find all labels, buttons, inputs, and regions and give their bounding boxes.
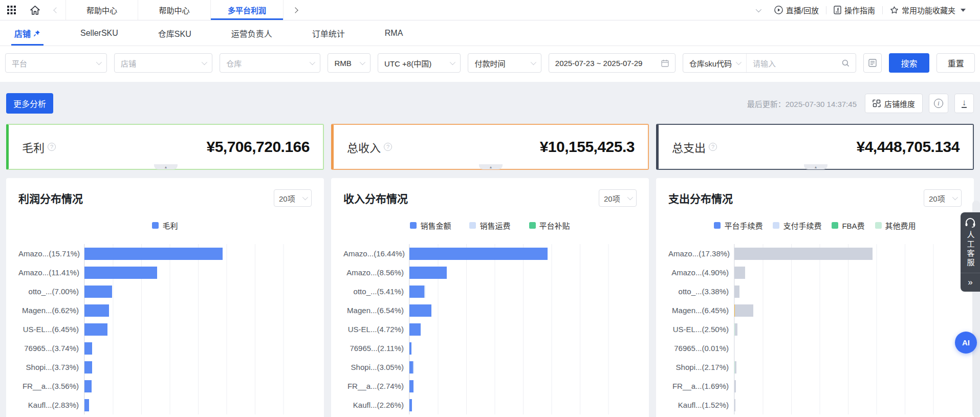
warehouse-select[interactable]: 仓库 xyxy=(220,53,320,73)
item-count-select[interactable]: 20项 xyxy=(924,189,962,207)
reset-button[interactable]: 重置 xyxy=(937,53,975,73)
more-analysis-button[interactable]: 更多分析 xyxy=(6,93,53,114)
bar-segment[interactable] xyxy=(735,361,736,374)
legend-item[interactable]: 销售金额 xyxy=(410,220,451,231)
info-button[interactable]: i xyxy=(929,94,948,113)
bar-segment[interactable] xyxy=(84,342,92,355)
bar-segment[interactable] xyxy=(409,399,412,411)
bar[interactable] xyxy=(84,380,125,392)
bar-segment[interactable] xyxy=(413,361,415,374)
bar[interactable] xyxy=(734,248,911,260)
bar[interactable] xyxy=(734,304,800,317)
bar-segment[interactable] xyxy=(409,380,413,392)
bar[interactable] xyxy=(409,399,434,411)
apps-grid-icon[interactable] xyxy=(0,0,23,20)
home-icon[interactable] xyxy=(23,0,47,20)
legend-item[interactable]: 其他费用 xyxy=(875,220,916,231)
bar-segment[interactable] xyxy=(409,361,413,374)
bar-segment[interactable] xyxy=(734,267,745,279)
currency-select[interactable]: RMB xyxy=(328,53,371,73)
sku-search-input[interactable]: 请输入 xyxy=(747,54,856,72)
collapse-handle[interactable]: ▲ xyxy=(154,164,178,169)
bar[interactable] xyxy=(734,342,735,355)
date-range-picker[interactable]: 2025-07-23 ~ 2025-07-29 xyxy=(549,53,676,73)
legend-item[interactable]: 毛利 xyxy=(152,220,178,231)
bar-segment[interactable] xyxy=(84,361,92,374)
favorites-menu[interactable]: 常用功能收藏夹 xyxy=(883,5,973,15)
tab-multi-platform-profit[interactable]: 多平台利润 xyxy=(211,0,284,20)
bar-segment[interactable] xyxy=(84,248,223,260)
legend-item[interactable]: 销售运费 xyxy=(469,220,510,231)
help-icon[interactable]: ? xyxy=(48,143,56,151)
legend-item[interactable]: 平台手续费 xyxy=(714,220,763,231)
bar[interactable] xyxy=(734,380,752,392)
bar[interactable] xyxy=(409,342,432,355)
help-icon[interactable]: ? xyxy=(709,143,717,151)
search-button[interactable]: 搜索 xyxy=(889,53,930,73)
bar-segment[interactable] xyxy=(409,323,421,336)
bar[interactable] xyxy=(84,342,127,355)
bar-segment[interactable] xyxy=(409,342,411,355)
bar[interactable] xyxy=(409,267,502,279)
timezone-select[interactable]: UTC +8(中国) xyxy=(378,53,461,73)
bar[interactable] xyxy=(734,399,750,411)
bar[interactable] xyxy=(84,361,126,374)
nav-item-warehouse-sku[interactable]: 仓库SKU xyxy=(158,20,191,46)
bar[interactable] xyxy=(409,286,469,298)
bar[interactable] xyxy=(84,267,213,279)
nav-item-sellersku[interactable]: SellerSKU xyxy=(80,20,118,46)
bar-segment[interactable] xyxy=(84,267,157,279)
bar-segment[interactable] xyxy=(409,304,431,317)
pin-icon[interactable] xyxy=(33,30,40,37)
bar[interactable] xyxy=(84,248,262,260)
bar-segment[interactable] xyxy=(409,286,424,298)
legend-item[interactable]: 平台补贴 xyxy=(529,220,570,231)
bar-segment[interactable] xyxy=(734,399,735,411)
bar[interactable] xyxy=(409,380,439,392)
bar[interactable] xyxy=(734,323,760,336)
live-replay-button[interactable]: 直播/回放 xyxy=(767,5,826,15)
bar-segment[interactable] xyxy=(84,304,109,317)
search-icon[interactable] xyxy=(842,59,850,67)
operation-guide-button[interactable]: 操作指南 xyxy=(826,5,882,15)
collapse-right-icon[interactable]: » xyxy=(961,273,980,292)
item-count-select[interactable]: 20项 xyxy=(274,189,312,207)
tab-help-center-2[interactable]: 帮助中心 xyxy=(138,0,211,20)
bar-segment[interactable] xyxy=(84,380,92,392)
bar[interactable] xyxy=(734,286,769,298)
bar[interactable] xyxy=(409,248,586,260)
download-button[interactable]: ↓ xyxy=(954,94,974,113)
bar-segment[interactable] xyxy=(409,267,447,279)
bar[interactable] xyxy=(84,304,159,317)
bar[interactable] xyxy=(409,361,442,374)
bar[interactable] xyxy=(84,286,164,298)
bar[interactable] xyxy=(84,323,157,336)
nav-item-order-stats[interactable]: 订单统计 xyxy=(312,20,345,46)
bar[interactable] xyxy=(734,267,785,279)
bar[interactable] xyxy=(409,323,460,336)
item-count-select[interactable]: 20项 xyxy=(599,189,637,207)
tab-scroll-right-icon[interactable] xyxy=(284,8,307,12)
bar-segment[interactable] xyxy=(409,248,548,260)
bar-segment[interactable] xyxy=(734,380,736,392)
legend-item[interactable]: 支付手续费 xyxy=(773,220,821,231)
tab-list-dropdown-icon[interactable] xyxy=(749,0,767,20)
bar-segment[interactable] xyxy=(424,286,425,298)
bar[interactable] xyxy=(84,399,116,411)
bar-segment[interactable] xyxy=(735,304,754,317)
bar[interactable] xyxy=(409,304,480,317)
nav-item-shop[interactable]: 店铺 xyxy=(14,20,40,46)
legend-item[interactable]: FBA费 xyxy=(832,220,864,231)
platform-select[interactable]: 平台 xyxy=(5,53,107,73)
collapse-handle[interactable]: ▲ xyxy=(479,164,503,169)
bar[interactable] xyxy=(734,361,756,374)
nav-item-rma[interactable]: RMA xyxy=(385,20,403,46)
batch-input-button[interactable] xyxy=(863,53,882,73)
bar-segment[interactable] xyxy=(734,248,873,260)
bar-segment[interactable] xyxy=(735,323,737,336)
time-type-select[interactable]: 付款时间 xyxy=(468,53,541,73)
sku-type-select[interactable]: 仓库sku代码 xyxy=(683,54,747,72)
bar-segment[interactable] xyxy=(84,286,112,298)
ai-assistant-button[interactable]: AI xyxy=(955,332,977,354)
collapse-handle[interactable]: ▲ xyxy=(804,164,827,169)
